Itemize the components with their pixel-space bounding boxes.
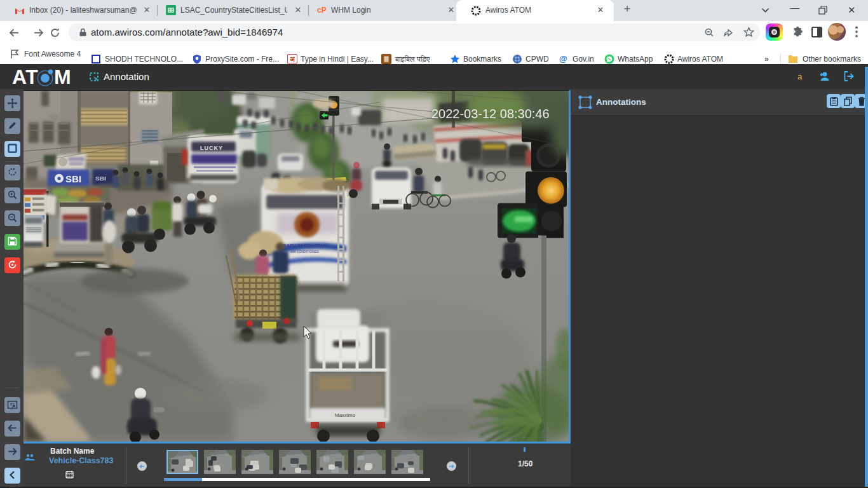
svg-text:BAPUJI&GOUTTAM: BAPUJI&GOUTTAM — [283, 243, 327, 248]
svg-text:AIR CONDITIONED: AIR CONDITIONED — [290, 250, 319, 254]
svg-text:LUCKY: LUCKY — [200, 145, 223, 151]
svg-text:SBI: SBI — [65, 173, 81, 184]
svg-text:Maxximo: Maxximo — [335, 412, 356, 418]
svg-text:2022-03-12 08:30:46: 2022-03-12 08:30:46 — [431, 107, 550, 121]
svg-text:SBI: SBI — [95, 175, 106, 182]
